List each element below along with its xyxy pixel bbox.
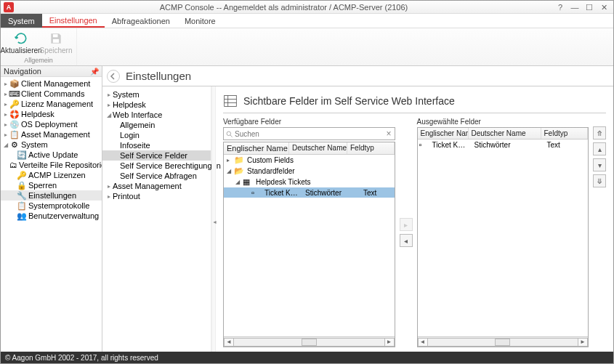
settings-item[interactable]: ▸Asset Management	[102, 181, 211, 191]
col-de[interactable]: Deutscher Name	[289, 142, 347, 154]
window-controls: ? — ☐ ✕	[554, 2, 610, 12]
settings-subitem[interactable]: Self Service Felder	[102, 150, 211, 161]
col-type[interactable]: Feldtyp	[541, 128, 589, 139]
nav-subitem[interactable]: 🗂Verteilte File Repositories	[1, 160, 102, 170]
available-grid-body[interactable]: ▸ 📁 Custom Fields ◢ 📂 Standardfelder	[224, 155, 395, 336]
chevron-icon[interactable]: ◢	[2, 142, 9, 148]
settings-label: Self Service Abfragen	[120, 171, 197, 180]
maximize-button[interactable]: ☐	[583, 2, 596, 12]
move-top-button[interactable]: ⤊	[593, 126, 606, 139]
close-button[interactable]: ✕	[597, 2, 610, 12]
tree-row-custom-fields[interactable]: ▸ 📁 Custom Fields	[224, 155, 395, 166]
nav-label: Client Commands	[21, 89, 84, 98]
nav-subitem[interactable]: 🔑ACMP Lizenzen	[1, 170, 102, 180]
nav-subitem[interactable]: 👥Benutzerverwaltung	[1, 211, 102, 221]
order-buttons: ⤊ ▴ ▾ ⤋	[593, 118, 606, 347]
col-en[interactable]: Englischer Name ▲	[224, 142, 289, 154]
move-left-button[interactable]: ◂	[400, 234, 413, 247]
chevron-icon[interactable]: ▸	[2, 111, 9, 118]
selected-grid: Englischer Name Deutscher Name Feldtyp ▫…	[417, 127, 589, 347]
chevron-icon[interactable]: ▸	[2, 101, 9, 108]
chevron-icon[interactable]: ▸	[2, 121, 9, 128]
minimize-button[interactable]: —	[568, 2, 581, 12]
nav-item[interactable]: ▸🔑Lizenz Management	[1, 99, 102, 109]
settings-subitem[interactable]: Self Service Abfragen	[102, 171, 211, 181]
move-down-button[interactable]: ▾	[593, 158, 606, 171]
nav-item[interactable]: ◢⚙System	[1, 139, 102, 150]
nav-subitem[interactable]: 🔒Sperren	[1, 180, 102, 190]
scroll-track[interactable]	[428, 338, 578, 347]
scroll-right-icon[interactable]: ►	[578, 338, 588, 347]
scroll-right-icon[interactable]: ►	[384, 338, 395, 347]
nav-label: ACMP Lizenzen	[28, 171, 86, 179]
nav-item[interactable]: ▸📋Asset Management	[1, 129, 102, 139]
save-button[interactable]: Speichern	[40, 30, 72, 57]
settings-subitem[interactable]: Login	[102, 130, 211, 140]
nav-item[interactable]: ▸🛟Helpdesk	[1, 109, 102, 119]
nav-item[interactable]: ▸📦Client Management	[1, 78, 102, 89]
settings-item[interactable]: ▸Printout	[102, 191, 211, 201]
settings-subitem[interactable]: Infoseite	[102, 140, 211, 150]
navigation-tree[interactable]: ▸📦Client Management▸⌨Client Commands▸🔑Li…	[1, 77, 102, 352]
scroll-thumb[interactable]	[302, 339, 317, 346]
tab-einstellungen[interactable]: Einstellungen	[42, 14, 105, 28]
nav-subitem[interactable]: 🔄Active Update	[1, 150, 102, 160]
collapse-icon[interactable]: ◢	[235, 179, 243, 185]
nav-item[interactable]: ▸⌨Client Commands	[1, 89, 102, 99]
refresh-button[interactable]: Aktualisieren	[5, 30, 37, 57]
settings-item[interactable]: ◢Web Interface	[102, 110, 211, 120]
selected-hscroll[interactable]: ◄ ►	[418, 336, 589, 347]
nav-subitem[interactable]: 🔧Einstellungen	[1, 190, 102, 201]
ribbon-group-label: Allgemein	[24, 57, 53, 64]
collapse-icon[interactable]: ◢	[227, 168, 234, 174]
nav-label: Verteilte File Repositories	[19, 161, 102, 169]
scroll-track[interactable]	[234, 338, 384, 347]
tree-row-standardfelder[interactable]: ◢ 📂 Standardfelder	[224, 166, 395, 177]
settings-label: Helpdesk	[113, 100, 146, 109]
scroll-left-icon[interactable]: ◄	[224, 338, 234, 347]
scroll-left-icon[interactable]: ◄	[418, 338, 428, 347]
scroll-thumb[interactable]	[495, 339, 510, 346]
tab-system[interactable]: System	[1, 14, 42, 28]
settings-item[interactable]: ▸System	[102, 89, 211, 100]
move-up-button[interactable]: ▴	[593, 142, 606, 155]
selected-row[interactable]: ▫Ticket Keyw...StichwörterText	[418, 139, 589, 150]
navigation-header: Navigation 📌	[1, 66, 102, 77]
tree-row-helpdesk-tickets[interactable]: ◢ ▦ Helpdesk Tickets	[224, 177, 395, 187]
tab-abfrageaktionen[interactable]: Abfrageaktionen	[105, 14, 177, 28]
settings-subitem[interactable]: Self Service Berechtigungen	[102, 161, 211, 171]
search-box[interactable]: ×	[223, 127, 395, 140]
tree-row-ticket-keywords[interactable]: ▫ Ticket Key... Stichwörter Text	[224, 187, 395, 198]
chevron-icon[interactable]: ▸	[2, 81, 9, 87]
chevron-icon[interactable]: ▸	[105, 92, 113, 98]
back-button[interactable]	[107, 70, 120, 83]
module-icon: 🔑	[9, 100, 20, 108]
settings-item[interactable]: ▸Helpdesk	[102, 100, 211, 110]
nav-item[interactable]: ▸💿OS Deployment	[1, 119, 102, 129]
pin-icon[interactable]: 📌	[90, 68, 99, 76]
move-right-button[interactable]: ▸	[400, 218, 413, 231]
help-button[interactable]: ?	[554, 2, 567, 12]
clear-search-icon[interactable]: ×	[384, 129, 392, 139]
chevron-icon[interactable]: ▸	[105, 183, 113, 190]
expand-icon[interactable]: ▸	[227, 157, 234, 163]
search-input[interactable]	[233, 130, 384, 138]
col-en[interactable]: Englischer Name	[418, 128, 469, 139]
splitter[interactable]	[211, 86, 216, 352]
module-icon: 🛟	[9, 110, 20, 118]
pane-title-row: Sichtbare Felder im Self Service Web Int…	[223, 91, 606, 113]
chevron-icon[interactable]: ◢	[105, 112, 113, 118]
chevron-icon[interactable]: ▸	[105, 193, 113, 200]
available-hscroll[interactable]: ◄ ►	[224, 336, 395, 347]
tab-monitore[interactable]: Monitore	[177, 14, 223, 28]
selected-grid-body[interactable]: ▫Ticket Keyw...StichwörterText	[418, 139, 589, 336]
col-type[interactable]: Feldtyp	[347, 142, 395, 154]
settings-label: Infoseite	[120, 141, 150, 150]
nav-subitem[interactable]: 📋Systemprotokolle	[1, 201, 102, 211]
chevron-icon[interactable]: ▸	[2, 132, 9, 138]
settings-tree[interactable]: ▸System▸Helpdesk◢Web InterfaceAllgemeinL…	[102, 86, 211, 352]
move-bottom-button[interactable]: ⤋	[593, 174, 606, 187]
settings-subitem[interactable]: Allgemein	[102, 120, 211, 130]
col-de[interactable]: Deutscher Name	[469, 128, 541, 139]
chevron-icon[interactable]: ▸	[105, 102, 113, 108]
